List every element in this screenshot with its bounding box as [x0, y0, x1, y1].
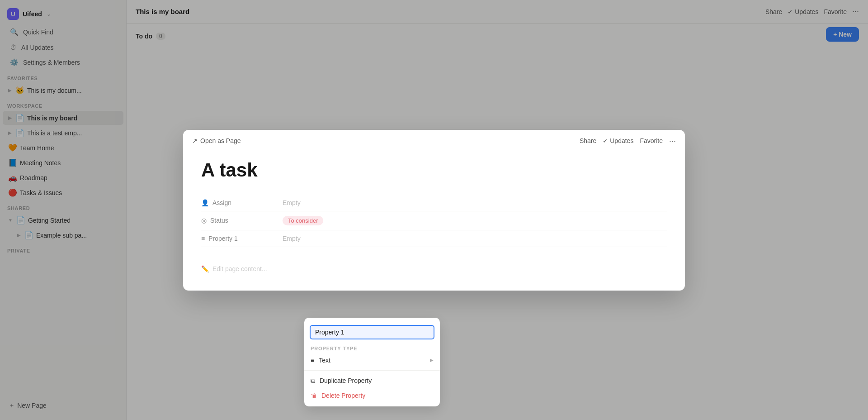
modal-share-label: Share — [580, 137, 596, 144]
edit-hint[interactable]: ✏️ Edit page content... — [201, 261, 667, 277]
task-title: A task — [201, 159, 667, 181]
modal-check-icon: ✓ — [603, 137, 608, 144]
modal-actions: Share ✓ Updates Favorite ··· — [580, 136, 676, 146]
edit-hint-text: Edit page content... — [212, 265, 267, 272]
property-assign-row: 👤 Assign Empty — [201, 195, 667, 211]
open-page-icon: ↗ — [192, 137, 198, 144]
text-type-icon: ≡ — [311, 357, 314, 364]
context-menu-divider — [304, 370, 440, 371]
open-as-page-button[interactable]: ↗ Open as Page — [192, 137, 241, 144]
modal-updates-button[interactable]: ✓ Updates — [603, 137, 633, 144]
delete-property-item[interactable]: 🗑 Delete Property — [304, 388, 440, 403]
modal-favorite-label: Favorite — [640, 137, 663, 144]
assign-value[interactable]: Empty — [283, 199, 301, 206]
duplicate-property-item[interactable]: ⧉ Duplicate Property — [304, 373, 440, 388]
context-menu-text-item[interactable]: ≡ Text ▶ — [304, 353, 440, 368]
assign-icon: 👤 — [201, 199, 209, 206]
modal-favorite-button[interactable]: Favorite — [640, 137, 663, 144]
assign-label: 👤 Assign — [201, 199, 274, 206]
property1-icon: ≡ — [201, 235, 205, 242]
property-status-row: ◎ Status To consider — [201, 211, 667, 230]
modal-topbar: ↗ Open as Page Share ✓ Updates Favorite … — [183, 130, 685, 150]
modal-overlay[interactable]: ↗ Open as Page Share ✓ Updates Favorite … — [0, 0, 868, 420]
open-as-page-label: Open as Page — [200, 137, 241, 144]
task-modal: ↗ Open as Page Share ✓ Updates Favorite … — [183, 130, 685, 291]
edit-icon: ✏️ — [201, 265, 209, 272]
property-name-input[interactable] — [310, 325, 434, 339]
delete-icon: 🗑 — [311, 392, 317, 399]
duplicate-label: Duplicate Property — [320, 377, 372, 384]
text-type-arrow-icon: ▶ — [430, 358, 434, 363]
property-context-menu: PROPERTY TYPE ≡ Text ▶ ⧉ Duplicate Prope… — [304, 318, 440, 406]
property1-label: ≡ Property 1 — [201, 235, 274, 242]
delete-label: Delete Property — [321, 392, 365, 399]
modal-share-button[interactable]: Share — [580, 137, 596, 144]
context-menu-input-wrap — [304, 321, 440, 343]
modal-updates-label: Updates — [610, 137, 633, 144]
status-icon: ◎ — [201, 217, 207, 224]
duplicate-icon: ⧉ — [311, 377, 315, 385]
text-type-label: Text — [319, 357, 330, 364]
property-1-row: ≡ Property 1 Empty — [201, 230, 667, 247]
modal-body: A task 👤 Assign Empty ◎ Status To consid… — [183, 150, 685, 291]
status-label: ◎ Status — [201, 217, 274, 224]
modal-more-icon[interactable]: ··· — [669, 136, 676, 146]
status-badge[interactable]: To consider — [283, 216, 323, 225]
property1-value[interactable]: Empty — [283, 235, 301, 242]
property-type-section-label: PROPERTY TYPE — [304, 343, 440, 353]
